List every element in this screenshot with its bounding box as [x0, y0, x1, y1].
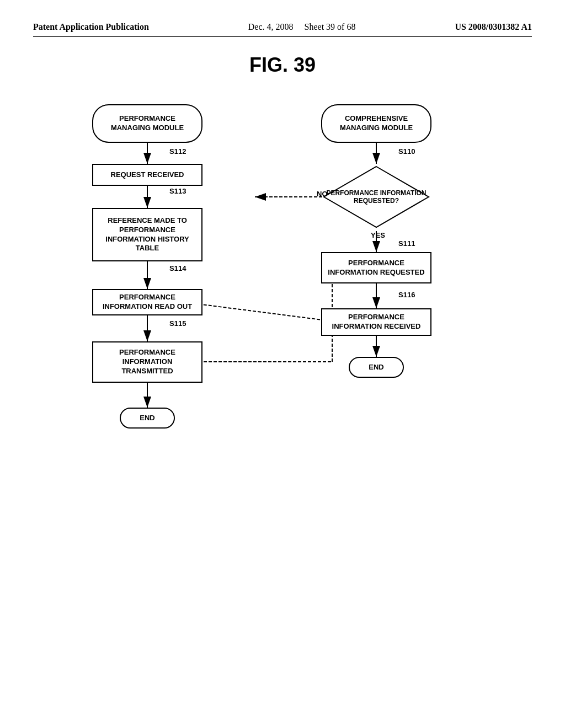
header-sheet: Sheet 39 of 68 — [305, 22, 356, 31]
request-received-label: REQUEST RECEIVED — [111, 170, 184, 180]
figure-title: FIG. 39 — [33, 53, 532, 77]
s115-label: S115 — [169, 319, 186, 328]
perf-info-received-box: PERFORMANCE INFORMATION RECEIVED — [321, 308, 431, 336]
end-left-label: END — [140, 414, 154, 423]
header-patent-number: US 2008/0301382 A1 — [455, 22, 532, 32]
s114-label: S114 — [169, 264, 186, 272]
reference-made-box: REFERENCE MADE TO PERFORMANCE INFORMATIO… — [92, 208, 202, 261]
svg-line-14 — [189, 303, 339, 322]
perf-info-read-box: PERFORMANCE INFORMATION READ OUT — [92, 289, 202, 315]
comp-managing-module-label: COMPREHENSIVE MANAGING MODULE — [340, 114, 413, 133]
s116-label: S116 — [398, 291, 415, 299]
diamond-container: PERFORMANCE INFORMATION REQUESTED? — [321, 164, 431, 230]
s112-label: S112 — [169, 147, 186, 156]
reference-made-label: REFERENCE MADE TO PERFORMANCE INFORMATIO… — [105, 216, 189, 254]
header-date: Dec. 4, 2008 — [248, 22, 294, 31]
perf-info-received-label: PERFORMANCE INFORMATION RECEIVED — [332, 313, 421, 331]
header: Patent Application Publication Dec. 4, 2… — [33, 22, 532, 37]
perf-managing-module-box: PERFORMANCE MANAGING MODULE — [92, 104, 202, 143]
perf-info-transmitted-label: PERFORMANCE INFORMATION TRANSMITTED — [119, 348, 175, 376]
perf-info-read-label: PERFORMANCE INFORMATION READ OUT — [103, 293, 192, 312]
perf-managing-module-label: PERFORMANCE MANAGING MODULE — [111, 114, 184, 133]
request-received-box: REQUEST RECEIVED — [92, 164, 202, 186]
perf-info-requested-q-label: PERFORMANCE INFORMATION REQUESTED? — [321, 189, 431, 205]
page: Patent Application Publication Dec. 4, 2… — [0, 0, 565, 728]
end-right-box: END — [349, 357, 404, 378]
comp-managing-module-box: COMPREHENSIVE MANAGING MODULE — [321, 104, 431, 143]
header-date-sheet: Dec. 4, 2008 Sheet 39 of 68 — [248, 22, 356, 32]
s113-label: S113 — [169, 187, 186, 195]
header-publication-label: Patent Application Publication — [33, 22, 149, 32]
s111-label: S111 — [398, 239, 415, 248]
end-left-box: END — [120, 408, 175, 429]
flowchart: PERFORMANCE MANAGING MODULE S112 REQUEST… — [62, 99, 503, 595]
s110-label: S110 — [398, 147, 415, 156]
yes-label: YES — [371, 231, 385, 239]
perf-info-requested-label: PERFORMANCE INFORMATION REQUESTED — [328, 259, 424, 277]
end-right-label: END — [369, 363, 383, 372]
perf-info-requested-box: PERFORMANCE INFORMATION REQUESTED — [321, 252, 431, 283]
perf-info-transmitted-box: PERFORMANCE INFORMATION TRANSMITTED — [92, 341, 202, 383]
